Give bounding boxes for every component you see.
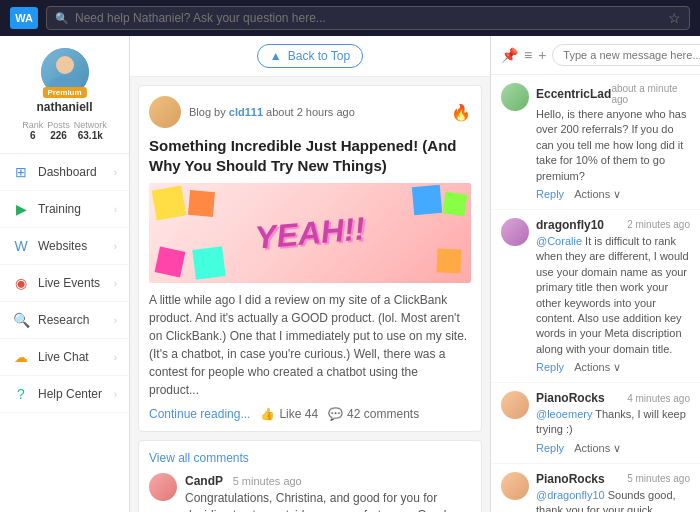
chat-actions-button[interactable]: Actions ∨: [574, 442, 621, 455]
sidebar-item-dashboard[interactable]: ⊞ Dashboard ›: [0, 154, 129, 191]
sidebar-item-websites[interactable]: W Websites ›: [0, 228, 129, 265]
chat-avatar: [501, 391, 529, 419]
blog-meta: Blog by cld111 about 2 hours ago: [189, 106, 443, 118]
filter-icon[interactable]: ≡: [524, 47, 532, 63]
user-stats: Rank 6 Posts 226 Network 63.1k: [8, 120, 121, 141]
comment-button[interactable]: 💬 42 comments: [328, 407, 419, 421]
chat-user-row: EccentricLad about a minute ago: [536, 83, 690, 105]
blog-post: Blog by cld111 about 2 hours ago 🔥 Somet…: [138, 85, 482, 432]
nav-items: ⊞ Dashboard › ▶ Training › W Websites › …: [0, 154, 129, 413]
chat-message: PianoRocks 5 minutes ago @dragonfly10 So…: [491, 464, 700, 512]
comment-text: Congratulations, Christina, and good for…: [185, 490, 471, 512]
search-input[interactable]: [75, 11, 662, 25]
search-icon: 🔍: [55, 12, 69, 25]
chat-body: PianoRocks 5 minutes ago @dragonfly10 So…: [536, 472, 690, 512]
research-icon: 🔍: [12, 311, 30, 329]
chat-header: 📌 ≡ +: [491, 36, 700, 75]
chat-body: PianoRocks 4 minutes ago @leoemery Thank…: [536, 391, 690, 455]
chat-avatar: [501, 218, 529, 246]
comment-username: CandP: [185, 474, 223, 488]
blog-excerpt: A little while ago I did a review on my …: [149, 291, 471, 399]
chat-message: PianoRocks 4 minutes ago @leoemery Thank…: [491, 383, 700, 464]
blog-author-avatar: [149, 96, 181, 128]
pin-icon[interactable]: 📌: [501, 47, 518, 63]
star-icon[interactable]: ☆: [668, 10, 681, 26]
training-icon: ▶: [12, 200, 30, 218]
chat-text: Hello, is there anyone who has over 200 …: [536, 107, 690, 184]
chat-body: dragonfly10 2 minutes ago @Coralie It is…: [536, 218, 690, 374]
sidebar-item-live-chat[interactable]: ☁ Live Chat ›: [0, 339, 129, 376]
back-to-top-label: Back to Top: [288, 49, 350, 63]
chat-username: EccentricLad: [536, 87, 611, 101]
blog-by-prefix: Blog by: [189, 106, 226, 118]
comment-avatar: [149, 473, 177, 501]
right-sidebar: 📌 ≡ + EccentricLad about a minute ago He…: [490, 36, 700, 512]
chat-reply-row: Reply Actions ∨: [536, 361, 690, 374]
search-bar-container: 🔍 ☆: [46, 6, 690, 30]
blog-time: about 2 hours ago: [266, 106, 355, 118]
user-profile: Premium nathaniell Rank 6 Posts 226 Netw…: [0, 36, 129, 154]
continue-reading-link[interactable]: Continue reading...: [149, 407, 250, 421]
chevron-up-icon: ▲: [270, 49, 282, 63]
chat-mention: @leoemery: [536, 408, 592, 420]
websites-icon: W: [12, 237, 30, 255]
chat-time: 5 minutes ago: [627, 473, 690, 484]
chat-reply-row: Reply Actions ∨: [536, 188, 690, 201]
chat-avatar: [501, 83, 529, 111]
help-center-icon: ?: [12, 385, 30, 403]
chat-reply-button[interactable]: Reply: [536, 188, 564, 201]
chat-time: 2 minutes ago: [627, 219, 690, 230]
middle-content: ▲ Back to Top Blog by cld111 about 2 hou…: [130, 36, 490, 512]
top-bar: WA 🔍 ☆: [0, 0, 700, 36]
stat-rank: Rank 6: [22, 120, 43, 141]
sidebar-item-research[interactable]: 🔍 Research ›: [0, 302, 129, 339]
sidebar-item-help-center[interactable]: ? Help Center ›: [0, 376, 129, 413]
chat-actions-button[interactable]: Actions ∨: [574, 188, 621, 201]
chat-avatar: [501, 472, 529, 500]
comments-list: CandP 5 minutes ago Congratulations, Chr…: [149, 473, 471, 512]
nav-arrow-help-center: ›: [114, 389, 117, 400]
chat-actions-button[interactable]: Actions ∨: [574, 361, 621, 374]
blog-title: Something Incredible Just Happened! (And…: [149, 136, 471, 175]
like-button[interactable]: 👍 Like 44: [260, 407, 318, 421]
nav-arrow-research: ›: [114, 315, 117, 326]
chat-body: EccentricLad about a minute ago Hello, i…: [536, 83, 690, 201]
chat-user-row: dragonfly10 2 minutes ago: [536, 218, 690, 232]
chat-mention: @Coralie: [536, 235, 582, 247]
blog-image: YEAH!!: [149, 183, 471, 283]
chat-reply-button[interactable]: Reply: [536, 361, 564, 374]
chat-reply-row: Reply Actions ∨: [536, 442, 690, 455]
main-layout: Premium nathaniell Rank 6 Posts 226 Netw…: [0, 36, 700, 512]
back-to-top-bar: ▲ Back to Top: [130, 36, 490, 77]
comment-body: CandP 5 minutes ago Congratulations, Chr…: [185, 473, 471, 512]
comments-section: View all comments CandP 5 minutes ago Co…: [138, 440, 482, 512]
sidebar: Premium nathaniell Rank 6 Posts 226 Netw…: [0, 36, 130, 512]
comment-time: 5 minutes ago: [233, 475, 302, 487]
comment: CandP 5 minutes ago Congratulations, Chr…: [149, 473, 471, 512]
sidebar-item-training[interactable]: ▶ Training ›: [0, 191, 129, 228]
stat-network: Network 63.1k: [74, 120, 107, 141]
nav-label-help-center: Help Center: [38, 387, 102, 401]
chat-reply-button[interactable]: Reply: [536, 442, 564, 455]
sidebar-username: nathaniell: [8, 100, 121, 114]
back-to-top-button[interactable]: ▲ Back to Top: [257, 44, 363, 68]
view-all-comments-link[interactable]: View all comments: [149, 451, 471, 465]
blog-header: Blog by cld111 about 2 hours ago 🔥: [149, 96, 471, 128]
nav-arrow-websites: ›: [114, 241, 117, 252]
dashboard-icon: ⊞: [12, 163, 30, 181]
chat-message: dragonfly10 2 minutes ago @Coralie It is…: [491, 210, 700, 383]
chat-user-row: PianoRocks 5 minutes ago: [536, 472, 690, 486]
live-chat-icon: ☁: [12, 348, 30, 366]
nav-label-dashboard: Dashboard: [38, 165, 97, 179]
blog-author: cld111: [229, 106, 263, 118]
chat-username: PianoRocks: [536, 391, 605, 405]
add-icon[interactable]: +: [538, 47, 546, 63]
nav-arrow-dashboard: ›: [114, 167, 117, 178]
chat-message-input[interactable]: [552, 44, 700, 66]
blog-actions: Continue reading... 👍 Like 44 💬 42 comme…: [149, 407, 471, 421]
avatar-wrap: Premium: [41, 48, 89, 96]
stat-posts: Posts 226: [47, 120, 70, 141]
chat-username: PianoRocks: [536, 472, 605, 486]
chat-message: EccentricLad about a minute ago Hello, i…: [491, 75, 700, 210]
sidebar-item-live-events[interactable]: ◉ Live Events ›: [0, 265, 129, 302]
